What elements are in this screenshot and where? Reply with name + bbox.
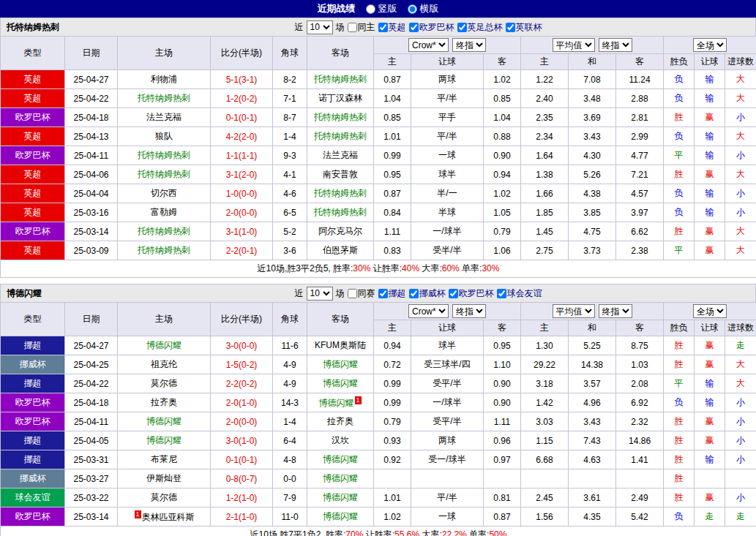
league-checkbox[interactable] bbox=[378, 289, 388, 298]
odds-company-select[interactable]: Crow* bbox=[408, 304, 449, 318]
league-checkbox[interactable] bbox=[457, 23, 467, 32]
avg-stage-select[interactable]: 终指 bbox=[599, 304, 632, 318]
avg-odds-draw: 3.61 bbox=[569, 488, 616, 507]
away-team-link[interactable]: 博德闪耀 bbox=[323, 454, 358, 464]
result-goals: 大 bbox=[725, 241, 756, 260]
league-badge: 挪超 bbox=[1, 336, 65, 355]
home-team-link[interactable]: 博德闪耀 bbox=[146, 416, 181, 426]
section-gap bbox=[0, 278, 756, 284]
away-team-link[interactable]: 博德闪耀 bbox=[323, 378, 358, 388]
away-team-link[interactable]: KFUM奥斯陆 bbox=[315, 340, 366, 350]
league-checkbox[interactable] bbox=[497, 289, 506, 298]
subcol-avg-home: 主 bbox=[521, 320, 569, 336]
match-count-select[interactable]: 10 bbox=[307, 20, 333, 34]
period-select[interactable]: 全场 bbox=[693, 304, 727, 318]
avg-odds-draw: 5.25 bbox=[569, 336, 616, 355]
away-team-link[interactable]: 托特纳姆热刺 bbox=[314, 207, 367, 217]
result-handicap: 赢 bbox=[695, 108, 725, 127]
league-badge: 挪威杯 bbox=[1, 355, 65, 374]
away-team-link[interactable]: 博德闪耀 bbox=[323, 359, 358, 369]
same-venue-checkbox[interactable] bbox=[348, 23, 357, 32]
away-team-link[interactable]: 托特纳姆热刺 bbox=[314, 112, 367, 122]
league-checkbox[interactable] bbox=[409, 23, 419, 32]
avg-odds-home: 3.18 bbox=[521, 374, 569, 393]
results-table: 类型 日期 主场 比分(半场) 角球 客场 Crow* 终指 平均值 终指 bbox=[0, 302, 756, 536]
home-team-link[interactable]: 狼队 bbox=[155, 131, 173, 141]
away-team-cell: 拉齐奥 bbox=[307, 412, 374, 431]
layout-vertical-option[interactable]: 竖版 bbox=[366, 2, 397, 15]
handicap-line: 半/一 bbox=[411, 184, 484, 203]
league-checkbox[interactable] bbox=[506, 23, 515, 32]
avg-odds-draw: 3.43 bbox=[569, 412, 616, 431]
away-team-link[interactable]: 托特纳姆热刺 bbox=[314, 188, 367, 198]
home-team-link[interactable]: 托特纳姆热刺 bbox=[138, 169, 190, 179]
league-checkbox[interactable] bbox=[449, 289, 458, 298]
match-count-select[interactable]: 10 bbox=[307, 287, 333, 301]
home-team-link[interactable]: 托特纳姆热刺 bbox=[138, 150, 190, 160]
away-team-link[interactable]: 博德闪耀 bbox=[323, 511, 358, 521]
same-venue-filter[interactable]: 同主 bbox=[348, 21, 375, 34]
home-team-link[interactable]: 祖克伦 bbox=[151, 359, 177, 369]
result-group-header: 全场 bbox=[664, 303, 756, 320]
handicap-line: 受三球半/四 bbox=[411, 355, 484, 374]
away-team-link[interactable]: 汉坎 bbox=[332, 435, 349, 445]
match-date: 25-03-14 bbox=[65, 507, 118, 526]
home-team-link[interactable]: 利物浦 bbox=[151, 74, 177, 84]
subcol-winloss: 胜负 bbox=[664, 54, 695, 70]
away-team-link[interactable]: 南安普敦 bbox=[323, 169, 358, 179]
home-team-link[interactable]: 托特纳姆热刺 bbox=[138, 93, 190, 103]
team-section-bodo-glimt: 博德闪耀 近 10 场 同赛 挪超 挪威杯 欧罗巴杯 bbox=[0, 284, 756, 536]
avg-odds-draw: 4.63 bbox=[569, 450, 616, 469]
league-checkbox[interactable] bbox=[409, 289, 419, 298]
away-team-link[interactable]: 法兰克福 bbox=[323, 150, 358, 160]
home-team-link[interactable]: 布莱尼 bbox=[151, 454, 177, 464]
period-select[interactable]: 全场 bbox=[693, 38, 727, 52]
home-team-link[interactable]: 切尔西 bbox=[151, 188, 177, 198]
odds-away: 0.94 bbox=[484, 165, 521, 184]
away-team-link[interactable]: 博德闪耀 bbox=[323, 492, 358, 502]
league-filter[interactable]: 挪超 bbox=[378, 287, 406, 300]
avg-source-select[interactable]: 平均值 bbox=[553, 38, 595, 52]
avg-source-select[interactable]: 平均值 bbox=[553, 304, 595, 318]
odds-stage-select[interactable]: 终指 bbox=[452, 304, 486, 318]
home-team-link[interactable]: 莫尔德 bbox=[151, 378, 177, 388]
avg-stage-select[interactable]: 终指 bbox=[599, 38, 632, 52]
layout-horizontal-radio[interactable] bbox=[408, 4, 417, 14]
away-team-link[interactable]: 伯恩茅斯 bbox=[323, 245, 358, 255]
league-filter[interactable]: 挪威杯 bbox=[409, 287, 446, 300]
handicap-line: 平手 bbox=[411, 108, 484, 127]
home-team-link[interactable]: 法兰克福 bbox=[146, 112, 181, 122]
league-checkbox[interactable] bbox=[378, 23, 388, 32]
away-team-link[interactable]: 诺丁汉森林 bbox=[318, 93, 362, 103]
away-team-cell: 博德闪耀 bbox=[307, 450, 374, 469]
layout-horizontal-option[interactable]: 横版 bbox=[408, 2, 439, 15]
league-filter[interactable]: 球会友谊 bbox=[497, 287, 542, 300]
same-competition-checkbox[interactable] bbox=[348, 289, 357, 298]
league-filter[interactable]: 欧罗巴杯 bbox=[409, 21, 454, 34]
match-score: 3-0(1-0) bbox=[211, 431, 273, 450]
away-team-link[interactable]: 托特纳姆热刺 bbox=[314, 131, 367, 141]
away-team-link[interactable]: 拉齐奥 bbox=[327, 416, 353, 426]
away-team-link[interactable]: 博德闪耀 bbox=[323, 473, 358, 483]
away-team-link[interactable]: 阿尔克马尔 bbox=[318, 226, 362, 236]
home-team-link[interactable]: 博德闪耀 bbox=[146, 340, 181, 350]
away-team-link[interactable]: 托特纳姆热刺 bbox=[314, 74, 367, 84]
home-team-link[interactable]: 博德闪耀 bbox=[146, 435, 181, 445]
home-team-link[interactable]: 托特纳姆热刺 bbox=[138, 226, 190, 236]
home-team-link[interactable]: 伊斯灿登 bbox=[146, 473, 181, 483]
league-filter[interactable]: 英足总杯 bbox=[457, 21, 503, 34]
home-team-link[interactable]: 托特纳姆热刺 bbox=[138, 245, 190, 255]
home-team-link[interactable]: 奥林匹亚科斯 bbox=[142, 512, 195, 522]
away-team-link[interactable]: 博德闪耀 bbox=[319, 398, 354, 408]
handicap-line: 球半 bbox=[411, 165, 484, 184]
league-filter[interactable]: 欧罗巴杯 bbox=[449, 287, 494, 300]
home-team-link[interactable]: 莫尔德 bbox=[151, 492, 177, 502]
home-team-link[interactable]: 富勒姆 bbox=[151, 207, 177, 217]
layout-vertical-radio[interactable] bbox=[366, 4, 375, 14]
home-team-link[interactable]: 拉齐奥 bbox=[151, 397, 177, 407]
league-filter[interactable]: 英联杯 bbox=[506, 21, 542, 34]
league-filter[interactable]: 英超 bbox=[378, 21, 406, 34]
odds-stage-select[interactable]: 终指 bbox=[452, 38, 486, 52]
odds-company-select[interactable]: Crow* bbox=[408, 38, 449, 52]
same-competition-filter[interactable]: 同赛 bbox=[348, 287, 375, 300]
